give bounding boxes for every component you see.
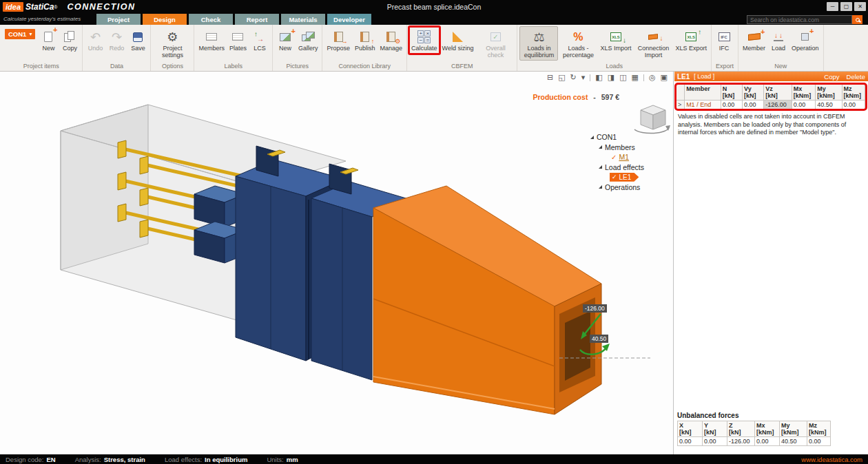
cell-mz[interactable]: 0.00: [842, 101, 865, 109]
panel-title: LE1: [677, 73, 690, 81]
xls-import-button[interactable]: XLS↓ XLS Import: [598, 26, 633, 54]
tab-project[interactable]: Project: [96, 14, 141, 25]
manage-button[interactable]: ⚙ Manage: [378, 26, 405, 54]
tab-design[interactable]: Design: [143, 14, 187, 25]
load-table-container: Member N[kN] Vy[kN] Vz[kN] Mx[kNm] My[kN…: [676, 84, 867, 109]
expander-icon[interactable]: [599, 145, 602, 149]
tree-node-m1[interactable]: ✓ M1: [589, 152, 666, 162]
cell-vz[interactable]: -126.00: [764, 101, 792, 109]
tree-node-operations[interactable]: Operations: [589, 182, 666, 193]
view-options-caret-icon[interactable]: ▾: [581, 74, 586, 81]
connection-selector[interactable]: CON1 ▾: [5, 29, 35, 39]
new-item-button[interactable]: + New: [38, 26, 59, 54]
overall-check-button[interactable]: ✓ Overall check: [476, 26, 515, 61]
new-load-button[interactable]: ↓↓ Load: [768, 26, 789, 54]
search-input[interactable]: [747, 15, 852, 24]
loads-percentage-button[interactable]: % Loads - percentage: [559, 26, 597, 61]
ribbon-group-options: ⚙ Project settings Options: [151, 25, 194, 71]
navigation-cube[interactable]: [634, 105, 670, 134]
project-settings-button[interactable]: ⚙ Project settings: [153, 26, 192, 61]
tab-check[interactable]: Check: [189, 14, 233, 25]
calculate-button[interactable]: +×−= Calculate: [409, 26, 440, 54]
gallery-button[interactable]: Gallery: [296, 26, 320, 54]
document-title: Precast beam splice.ideaCon: [387, 3, 482, 11]
xls-export-button[interactable]: XLS↑ XLS Export: [673, 26, 709, 54]
new-picture-button[interactable]: + New: [275, 26, 296, 54]
col-expander: [676, 85, 685, 101]
view-wireframe-icon[interactable]: ◫: [619, 74, 626, 81]
save-button[interactable]: Save: [127, 26, 148, 54]
delete-load-button[interactable]: Delete: [847, 73, 865, 81]
viewport-3d[interactable]: ⊟ ◱ ↻ ▾ ◧ ◨ ◫ ▦ ◎ ▣ Production cost - 59…: [0, 72, 674, 454]
plates-label-icon: [232, 28, 243, 45]
cell-member[interactable]: M1 / End: [685, 101, 721, 109]
screenshot-icon[interactable]: ▣: [661, 74, 668, 81]
selected-load-effect-flag[interactable]: ✓ LE1: [610, 173, 639, 182]
expander-icon[interactable]: [599, 165, 602, 169]
website-link[interactable]: www.ideastatica.com: [801, 456, 862, 463]
new-member-button[interactable]: + Member: [741, 26, 767, 54]
propose-button[interactable]: → Propose: [324, 26, 352, 54]
view-mesh-icon[interactable]: ▦: [632, 74, 639, 81]
expander-icon[interactable]: [590, 136, 594, 139]
tab-materials[interactable]: Materials: [281, 14, 325, 25]
weld-sizing-button[interactable]: Weld sizing: [440, 26, 476, 54]
scales-icon: ⚖: [533, 28, 544, 45]
model-3d[interactable]: [0, 72, 674, 454]
ribbon-group-export: IFC IFC Export: [712, 25, 738, 71]
tree-node-members[interactable]: Members: [589, 143, 666, 153]
publish-button[interactable]: ↑ Publish: [353, 26, 378, 54]
fit-view-icon[interactable]: ◱: [558, 74, 565, 81]
nav-tabs: Project Design Check Report Materials De…: [96, 14, 371, 25]
orange-beam[interactable]: [373, 186, 601, 414]
plates-labels-button[interactable]: Plates: [227, 26, 249, 54]
group-label-pictures: Pictures: [273, 63, 322, 71]
gallery-icon: [302, 28, 315, 45]
copy-item-button[interactable]: Copy: [59, 26, 80, 54]
search-button[interactable]: [852, 15, 862, 24]
tree-node-le1[interactable]: ✓ LE1: [589, 172, 666, 182]
cell-vy[interactable]: 0.00: [743, 101, 764, 109]
lcs-button[interactable]: ↑→ LCS: [249, 26, 270, 54]
group-label-options: Options: [151, 63, 194, 71]
view-transparent-icon[interactable]: ◨: [608, 74, 614, 81]
close-button[interactable]: ✕: [854, 2, 866, 11]
copy-load-button[interactable]: Copy: [824, 73, 839, 81]
percent-icon: %: [573, 28, 583, 45]
connection-import-button[interactable]: ↓ Connection Import: [634, 26, 672, 61]
vz-force-badge: -126.00: [583, 304, 607, 313]
new-operation-button[interactable]: + Operation: [789, 26, 821, 54]
view-solid-icon[interactable]: ◧: [595, 74, 602, 81]
tab-developer[interactable]: Developer: [327, 14, 371, 25]
ruler-icon[interactable]: ⊟: [547, 74, 553, 81]
status-bar: Design code: EN Analysis: Stress, strain…: [0, 454, 868, 464]
members-labels-button[interactable]: Members: [196, 26, 227, 54]
expander-icon[interactable]: [599, 185, 602, 189]
tree-node-load-effects[interactable]: Load effects: [589, 162, 666, 173]
ribbon: CON1 ▾ + New Copy Project items ↶ Undo ↷…: [0, 25, 868, 72]
tree-node-con1[interactable]: CON1: [589, 132, 666, 143]
undo-button[interactable]: ↶ Undo: [85, 26, 105, 54]
new-load-icon: ↓↓: [774, 28, 783, 45]
group-label-connection-library: Connection Library: [322, 63, 406, 71]
cell-my[interactable]: 40.50: [816, 101, 842, 109]
cell-mx[interactable]: 0.00: [792, 101, 815, 109]
manage-icon: ⚙: [386, 28, 395, 45]
rotate-view-icon[interactable]: ↻: [570, 74, 577, 81]
app-name: CONNECTION: [68, 2, 136, 12]
visibility-icon[interactable]: ◎: [649, 74, 656, 81]
ifc-export-button[interactable]: IFC IFC: [714, 26, 734, 54]
maximize-button[interactable]: ▢: [840, 2, 852, 11]
tab-report[interactable]: Report: [235, 14, 279, 25]
row-expander-icon[interactable]: >: [676, 101, 685, 109]
caret-down-icon: ▾: [29, 31, 32, 37]
minimize-button[interactable]: ─: [827, 2, 838, 11]
col-vy: Vy[kN]: [743, 85, 764, 101]
ribbon-group-project-items: CON1 ▾ + New Copy Project items: [0, 25, 83, 71]
loads-in-equilibrium-button[interactable]: ⚖ Loads in equilibrium: [519, 26, 558, 61]
cell-n[interactable]: 0.00: [721, 101, 742, 109]
redo-button[interactable]: ↷ Redo: [106, 26, 127, 54]
group-label-cbfem: CBFEM: [407, 63, 517, 71]
unbalanced-my: 40.50: [780, 437, 807, 446]
unbalanced-forces: Unbalanced forces X[kN] Y[kN] Z[kN] Mx[k…: [677, 412, 831, 446]
